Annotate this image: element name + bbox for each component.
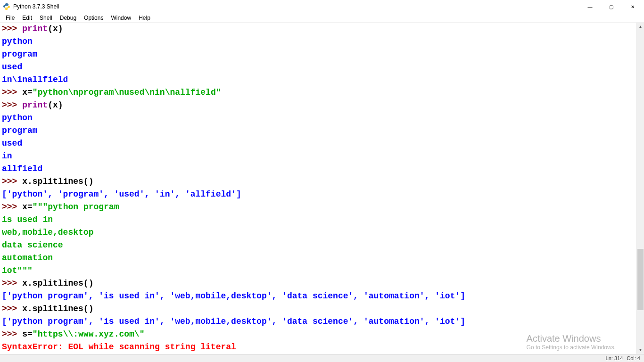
shell-line: python <box>2 35 634 48</box>
window-controls: — ▢ ✕ <box>579 0 643 13</box>
token-stdout: program <box>2 49 38 59</box>
shell-line: used <box>2 137 634 150</box>
python-idle-icon <box>3 3 10 10</box>
token-norm: (x) <box>48 100 63 110</box>
scroll-thumb[interactable] <box>637 249 644 310</box>
shell-line: ['python', 'program', 'used', 'in', 'all… <box>2 188 634 201</box>
shell-line: in\inallfield <box>2 74 634 86</box>
close-button[interactable]: ✕ <box>622 0 643 13</box>
status-column: Col: 4 <box>627 355 640 361</box>
shell-line: program <box>2 48 634 61</box>
svg-point-1 <box>7 9 8 9</box>
shell-line: in <box>2 150 634 163</box>
token-prompt: >>> <box>2 100 22 110</box>
shell-line: ['python program', 'is used in', 'web,mo… <box>2 315 634 328</box>
menu-edit[interactable]: Edit <box>18 14 36 22</box>
shell-line: used <box>2 61 634 74</box>
menu-help[interactable]: Help <box>135 14 154 22</box>
scroll-up-button[interactable]: ▲ <box>636 23 644 31</box>
status-line: Ln: 314 <box>606 355 623 361</box>
shell-line: automation <box>2 252 634 264</box>
minimize-button[interactable]: — <box>579 0 601 13</box>
shell-text-area[interactable]: >>> print(x)pythonprogramusedin\inallfie… <box>0 23 636 354</box>
close-icon: ✕ <box>631 4 635 9</box>
token-builtin: print <box>22 100 48 110</box>
token-stdout: program <box>2 126 38 135</box>
shell-line: >>> x.splitlines() <box>2 175 634 188</box>
token-prompt: >>> <box>2 88 22 97</box>
token-norm: x.splitlines() <box>22 304 93 313</box>
shell-line: allfield <box>2 163 634 175</box>
shell-line: >>> s="https\\:www.xyz.com\" <box>2 328 634 341</box>
token-prompt: >>> <box>2 279 22 288</box>
shell-line: python <box>2 112 634 124</box>
token-norm: s= <box>22 329 33 339</box>
token-norm: x.splitlines() <box>22 177 93 186</box>
menu-bar: File Edit Shell Debug Options Window Hel… <box>0 13 644 23</box>
token-prompt: >>> <box>2 177 22 186</box>
svg-point-0 <box>5 4 6 4</box>
token-str: iot""" <box>2 266 33 275</box>
scroll-down-button[interactable]: ▼ <box>636 346 644 354</box>
token-stdout: in <box>2 151 12 161</box>
shell-line: >>> x.splitlines() <box>2 303 634 315</box>
menu-window[interactable]: Window <box>107 14 135 22</box>
token-prompt: >>> <box>2 24 22 33</box>
shell-line: ['python program', 'is used in', 'web,mo… <box>2 290 634 303</box>
token-stdout: used <box>2 62 22 72</box>
shell-line: program <box>2 124 634 137</box>
menu-file[interactable]: File <box>2 14 18 22</box>
token-stdout: allfield <box>2 164 42 173</box>
menu-shell[interactable]: Shell <box>36 14 56 22</box>
token-str: is used in <box>2 215 53 224</box>
token-prompt: >>> <box>2 304 22 313</box>
token-stdout: ['python program', 'is used in', 'web,mo… <box>2 291 465 301</box>
token-str: web,mobile,desktop <box>2 228 93 237</box>
window-title: Python 3.7.3 Shell <box>13 3 579 10</box>
vertical-scrollbar[interactable]: ▲ ▼ <box>636 23 644 354</box>
token-norm: (x) <box>48 24 63 33</box>
shell-line: is used in <box>2 214 634 226</box>
token-err: SyntaxError: EOL while scanning string l… <box>2 342 236 352</box>
shell-line: >>> x="python\nprogram\nused\nin\nallfie… <box>2 86 634 99</box>
token-str: """python program <box>33 202 119 212</box>
token-stdout: ['python', 'program', 'used', 'in', 'all… <box>2 189 241 199</box>
token-stdout: used <box>2 139 22 148</box>
shell-line: >>> x.splitlines() <box>2 277 634 290</box>
token-stdout: in\inallfield <box>2 75 68 84</box>
maximize-icon: ▢ <box>609 4 613 9</box>
maximize-button[interactable]: ▢ <box>601 0 622 13</box>
token-stdout: python <box>2 37 33 46</box>
token-str: data science <box>2 240 63 250</box>
token-str: "python\nprogram\nused\nin\nallfield" <box>33 88 221 97</box>
menu-debug[interactable]: Debug <box>56 14 80 22</box>
shell-line: web,mobile,desktop <box>2 226 634 239</box>
shell-line: data science <box>2 239 634 252</box>
shell-line: SyntaxError: EOL while scanning string l… <box>2 341 634 354</box>
token-str: "https\\:www.xyz.com\" <box>33 329 145 339</box>
menu-options[interactable]: Options <box>80 14 107 22</box>
title-bar: Python 3.7.3 Shell — ▢ ✕ <box>0 0 644 13</box>
token-norm: x= <box>22 202 33 212</box>
token-prompt: >>> <box>2 202 22 212</box>
token-stdout: python <box>2 113 33 123</box>
shell-line: >>> x="""python program <box>2 201 634 214</box>
token-str: automation <box>2 253 53 263</box>
token-stdout: ['python program', 'is used in', 'web,mo… <box>2 317 465 326</box>
shell-line: >>> print(x) <box>2 99 634 112</box>
token-norm: x.splitlines() <box>22 279 93 288</box>
shell-line: iot""" <box>2 264 634 277</box>
token-builtin: print <box>22 24 48 33</box>
token-prompt: >>> <box>2 329 22 339</box>
status-bar: Ln: 314 Col: 4 <box>0 354 644 362</box>
shell-line: >>> print(x) <box>2 23 634 35</box>
minimize-icon: — <box>588 4 593 9</box>
token-norm: x= <box>22 88 33 97</box>
